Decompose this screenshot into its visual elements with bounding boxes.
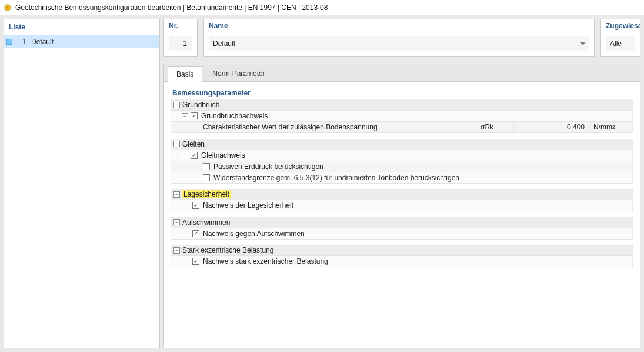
section-title: Bemessungsparameter [172,89,633,97]
unit-cell: N/mm2 [591,122,632,132]
tab-body-basis: Bemessungsparameter −Grundbruch −Grundbr… [164,82,640,274]
row-gleitnachweis: −Gleitnachweis [171,150,633,161]
row-bodenspannung: Charakteristischer Wert der zulässigen B… [171,122,633,133]
workspace: Liste 1 Default Nr. 1 Name Default [0,15,644,352]
assigned-label: Zugewiesen a [601,19,640,32]
collapse-icon[interactable]: − [182,113,188,119]
checkbox-passiver-erddruck[interactable] [203,163,210,170]
checkbox-widerstandsgrenze[interactable] [203,174,210,181]
center-panel: Nr. 1 Name Default Zugewiesen a Alle Bas… [163,19,640,348]
svg-point-1 [6,6,9,9]
list-item-label: Default [31,38,54,46]
collapse-icon[interactable]: − [173,219,180,225]
tab-strip: Basis Norm-Parameter [164,65,640,82]
parameter-grid: −Grundbruch −Grundbruchnachweis Charakte… [171,99,633,267]
name-value: Default [213,39,235,48]
color-swatch-icon [6,39,12,45]
group-gleiten: −Gleiten [171,139,633,150]
collapse-icon[interactable]: − [173,141,180,147]
group-exzentrisch: −Stark exzentrische Belastung [171,245,633,256]
row-nachweis-aufschwimmen: Nachweis gegen Aufschwimmen [171,228,633,239]
nr-label: Nr. [164,19,197,32]
tabs-container: Basis Norm-Parameter Bemessungsparameter… [163,65,640,348]
checkbox-gleitnachweis[interactable] [191,152,198,159]
checkbox-lagesicherheit[interactable] [192,202,199,209]
list-panel: Liste 1 Default [4,19,160,348]
app-icon [4,4,12,12]
collapse-icon[interactable]: − [182,152,188,158]
name-field: Name Default [203,19,595,57]
list-item-number: 1 [16,38,26,46]
checkbox-aufschwimmen[interactable] [192,230,199,237]
row-widerstandsgrenze: Widerstandsgrenze gem. 6.5.3(12) für und… [171,172,633,183]
titlebar: Geotechnische Bemessungskonfiguration be… [0,0,644,15]
group-grundbruch: −Grundbruch [171,99,633,111]
name-select[interactable]: Default [209,36,589,51]
assigned-value[interactable]: Alle [606,36,635,51]
list-header: Liste [4,19,159,35]
nr-field: Nr. 1 [163,19,198,57]
collapse-icon[interactable]: − [173,102,180,108]
collapse-icon[interactable]: − [173,191,180,198]
window-title: Geotechnische Bemessungskonfiguration be… [15,4,328,12]
row-nachweis-lagesicherheit: Nachweis der Lagesicherheit [171,200,633,211]
chevron-down-icon [580,42,585,45]
collapse-icon[interactable]: − [173,247,180,254]
assigned-field: Zugewiesen a Alle [600,19,640,57]
group-lagesicherheit: −Lagesicherheit [171,189,633,200]
checkbox-exzentrisch[interactable] [192,258,199,265]
name-label: Name [204,19,594,32]
row-grundbruchnachweis: −Grundbruchnachweis [171,111,633,122]
list-item[interactable]: 1 Default [4,35,159,48]
symbol-cell: σRk [478,122,513,132]
value-cell[interactable]: 0.400 [514,122,590,132]
group-aufschwimmen: −Aufschwimmen [171,217,633,228]
row-nachweis-exzentrisch: Nachweis stark exzentrischer Belastung [171,256,633,267]
row-passiver-erddruck: Passiven Erddruck berücksichtigen [171,161,633,172]
tab-norm-parameter[interactable]: Norm-Parameter [203,65,273,81]
field-bar: Nr. 1 Name Default Zugewiesen a Alle [163,19,640,57]
tab-basis[interactable]: Basis [168,66,202,82]
nr-value[interactable]: 1 [169,36,192,51]
checkbox-grundbruchnachweis[interactable] [191,112,198,119]
